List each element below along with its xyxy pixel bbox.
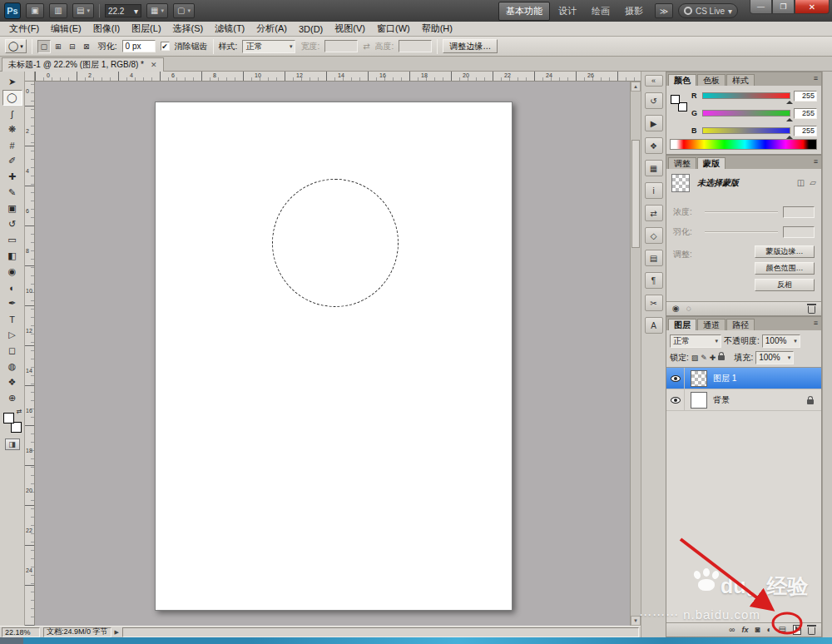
vertical-scrollbar[interactable]: ▲ ▼ <box>630 82 641 626</box>
delete-layer-icon[interactable] <box>808 627 815 635</box>
close-button[interactable]: ✕ <box>795 0 830 14</box>
adjustment-layer-icon[interactable]: ◐ <box>767 626 772 634</box>
scroll-down-arrow[interactable]: ▼ <box>631 616 641 626</box>
style-dropdown[interactable]: 正常▾ <box>242 40 295 53</box>
add-selection-button[interactable]: ⊞ <box>52 40 65 53</box>
workspace-design[interactable]: 设计 <box>552 2 583 20</box>
workspace-overflow-button[interactable]: ≫ <box>655 3 673 18</box>
color-range-button[interactable]: 颜色范围… <box>755 262 815 275</box>
dock-edge-strip[interactable] <box>822 72 832 637</box>
menu-3d[interactable]: 3D(D) <box>293 23 329 35</box>
green-channel-value[interactable]: 255 <box>794 108 817 119</box>
tab-swatches[interactable]: 色板 <box>697 74 726 86</box>
screen-mode-button[interactable]: ▢▾ <box>173 3 195 18</box>
blend-mode-dropdown[interactable]: 正常▾ <box>670 334 721 348</box>
menu-help[interactable]: 帮助(H) <box>416 22 458 36</box>
menu-edit[interactable]: 编辑(E) <box>45 22 87 36</box>
histogram-panel-icon[interactable]: ▤ <box>645 250 663 266</box>
mask-edge-button[interactable]: 蒙版边缘… <box>755 245 815 258</box>
menu-layer[interactable]: 图层(L) <box>126 22 166 36</box>
menu-image[interactable]: 图像(I) <box>87 22 126 36</box>
new-group-icon[interactable]: ▤ <box>779 626 786 634</box>
tab-adjustments[interactable]: 调整 <box>668 157 696 169</box>
dodge-tool[interactable]: ◐ <box>2 280 22 295</box>
width-input[interactable] <box>324 40 358 52</box>
3d-panel-icon[interactable]: ◇ <box>645 227 663 244</box>
gradient-tool[interactable]: ◧ <box>2 248 22 264</box>
actions-panel-icon[interactable]: ▶ <box>645 115 663 131</box>
menu-analysis[interactable]: 分析(A) <box>250 22 293 36</box>
menu-window[interactable]: 窗口(W) <box>371 22 416 36</box>
menu-filter[interactable]: 滤镜(T) <box>209 22 250 36</box>
info-panel-icon[interactable]: i <box>645 182 663 199</box>
add-vector-mask-icon[interactable]: ▱ <box>810 179 816 187</box>
tool-preset-picker[interactable]: ◯ ▾ <box>5 39 27 53</box>
menu-file[interactable]: 文件(F) <box>3 22 45 36</box>
subtract-selection-button[interactable]: ⊟ <box>66 40 79 53</box>
tab-color[interactable]: 颜色 <box>668 74 696 86</box>
tab-styles[interactable]: 样式 <box>726 74 755 86</box>
scrollbar-thumb[interactable] <box>631 140 640 248</box>
brush-tool[interactable]: ✎ <box>2 185 22 201</box>
pen-tool[interactable]: ✒ <box>2 295 22 311</box>
swap-colors-icon[interactable]: ⇄ <box>17 408 22 415</box>
blue-channel-value[interactable]: 255 <box>794 126 817 136</box>
panel-menu-icon[interactable]: ≡ <box>814 74 818 82</box>
path-selection-tool[interactable]: ▷ <box>2 327 22 343</box>
clone-stamp-tool[interactable]: ▣ <box>2 201 22 216</box>
zoom-level-input[interactable]: 22.2▾ <box>105 4 141 17</box>
foreground-color-swatch[interactable] <box>3 413 14 424</box>
red-channel-slider[interactable] <box>702 92 790 99</box>
color-spectrum-ramp[interactable] <box>670 139 817 150</box>
foreground-background-colors[interactable]: ⇄ <box>2 410 22 433</box>
panel-menu-icon[interactable]: ≡ <box>814 157 818 166</box>
launch-bridge-button[interactable]: ▣ <box>26 3 44 18</box>
zoom-tool[interactable]: ⊕ <box>2 390 22 406</box>
add-layer-mask-icon[interactable]: ◙ <box>755 626 760 634</box>
layer-thumbnail[interactable] <box>691 370 707 387</box>
add-pixel-mask-icon[interactable]: ◫ <box>797 179 805 187</box>
swap-dimensions-icon[interactable]: ⇄ <box>363 42 369 51</box>
invert-button[interactable]: 反相 <box>755 279 815 291</box>
mini-bridge-button[interactable]: ▥ <box>49 3 67 18</box>
eye-icon[interactable] <box>671 375 681 382</box>
opacity-dropdown[interactable]: 100%▾ <box>762 334 800 348</box>
quick-selection-tool[interactable]: ❋ <box>2 121 22 137</box>
feather-input[interactable]: 0 px <box>122 40 156 52</box>
history-brush-tool[interactable]: ↺ <box>2 216 22 232</box>
paragraph-panel-icon[interactable]: ¶ <box>645 272 663 289</box>
tab-layers[interactable]: 图层 <box>668 319 696 330</box>
lock-image-icon[interactable]: ✎ <box>701 354 707 362</box>
layer-style-icon[interactable]: fx <box>741 626 748 634</box>
quick-mask-button[interactable]: ◨ <box>5 438 20 450</box>
character-panel-icon[interactable]: A <box>645 317 663 334</box>
new-layer-icon[interactable] <box>793 625 801 635</box>
3d-rotate-tool[interactable]: ◍ <box>2 359 22 374</box>
healing-brush-tool[interactable]: ✚ <box>2 169 22 185</box>
green-channel-slider[interactable] <box>702 110 790 116</box>
document-canvas[interactable] <box>155 102 513 611</box>
layer-row-background[interactable]: 背景 <box>666 389 821 411</box>
height-input[interactable] <box>399 40 432 52</box>
shape-tool[interactable]: ◻ <box>2 343 22 359</box>
move-tool[interactable]: ➤ <box>2 74 22 90</box>
tab-channels[interactable]: 通道 <box>697 319 726 330</box>
styles-panel-icon[interactable]: ❖ <box>645 137 663 154</box>
lock-position-icon[interactable]: ✚ <box>710 354 716 362</box>
density-slider[interactable] <box>705 211 778 213</box>
mask-feather-value[interactable] <box>783 226 815 238</box>
status-zoom-input[interactable]: 22.18% <box>2 627 40 637</box>
visibility-cell[interactable] <box>666 389 685 410</box>
swatches-panel-icon[interactable]: ▦ <box>645 160 663 176</box>
tool-presets-panel-icon[interactable]: ⇄ <box>645 205 663 221</box>
scroll-up-arrow[interactable]: ▲ <box>631 82 641 92</box>
eraser-tool[interactable]: ▭ <box>2 232 22 248</box>
layer-thumbnail[interactable] <box>691 392 707 409</box>
new-selection-button[interactable]: ▢ <box>37 40 51 53</box>
intersect-selection-button[interactable]: ⊠ <box>80 40 93 53</box>
collapse-dock-icon[interactable]: « <box>645 75 663 87</box>
tab-paths[interactable]: 路径 <box>726 319 755 330</box>
layer-row-layer1[interactable]: 图层 1 <box>666 368 821 389</box>
density-value[interactable] <box>783 206 815 218</box>
link-layers-icon[interactable]: ∞ <box>729 626 735 634</box>
